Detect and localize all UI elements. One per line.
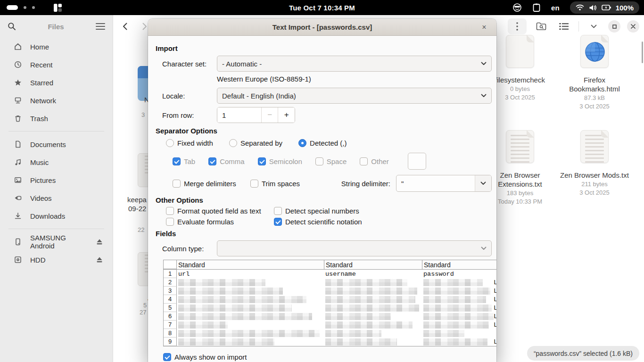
from-row-value[interactable]: 1 [217,107,261,123]
evaluate-formulas-checkbox[interactable] [166,218,174,226]
file-date: 3 Oct 2025 [505,94,535,101]
preview-table[interactable]: Standard Standard Standard 1 url usernam… [163,260,496,346]
increment-button[interactable]: + [278,107,295,123]
sidebar-divider [8,229,104,229]
menu-icon[interactable] [96,23,105,30]
always-show-label: Always show on import [174,353,247,361]
file-size: 211 bytes [581,181,607,188]
partial-file-meta: 5 [143,302,147,309]
space-checkbox[interactable] [315,157,323,165]
sidebar-item-trash[interactable]: Trash [3,109,110,127]
close-window-button[interactable] [627,20,639,33]
sidebar-item-label: Recent [30,61,103,69]
chevron-down-icon[interactable] [475,175,491,191]
battery-percent: 100% [616,4,634,12]
clock-icon [14,61,22,68]
comma-checkbox[interactable] [208,157,216,165]
trim-spaces-checkbox[interactable] [250,180,258,188]
merge-delimiters-checkbox[interactable] [173,180,181,188]
document-icon [14,140,22,148]
file-item-zen-mods[interactable]: Zen Browser Mods.txt 211 bytes 3 Oct 202… [557,130,632,206]
other-separator-input[interactable] [408,153,426,170]
sidebar-item-videos[interactable]: Videos [3,189,110,207]
sidebar-item-recent[interactable]: Recent [3,56,110,74]
file-name: Firefox Bookmarks.html [559,75,630,93]
other-checkbox[interactable] [360,157,368,165]
partial-file-meta: 22 [138,226,144,233]
column-header[interactable]: Standard [177,260,324,269]
string-delimiter-value[interactable]: " [396,175,475,191]
video-icon [14,194,22,202]
sidebar-item-label: Documents [30,140,103,148]
wifi-icon [576,4,584,11]
picture-icon [14,176,22,184]
always-show-checkbox[interactable] [163,353,171,361]
preview-table-header[interactable]: Standard Standard Standard [164,260,496,270]
detect-special-checkbox[interactable] [274,207,282,215]
files-sidebar: Files Home Recent Starred Network Trash [0,15,113,362]
more-options-button[interactable] [508,18,527,34]
maximize-button[interactable] [608,20,620,33]
emoji-indicator-icon[interactable] [512,3,522,12]
partial-file-meta: 27 [140,309,146,316]
dialog-close-button[interactable]: × [478,19,491,36]
sidebar-item-documents[interactable]: Documents [3,135,110,153]
sidebar-item-starred[interactable]: Starred [3,74,110,91]
chevron-down-icon [481,94,487,98]
file-size: 0 bytes [510,85,530,93]
back-button[interactable] [117,18,133,34]
detect-scientific-checkbox[interactable] [274,218,282,226]
system-status-area[interactable]: 100% [570,1,639,14]
eject-icon[interactable] [96,239,103,245]
partial-file-label: 09-22 [128,205,146,213]
column-header[interactable]: Standard [324,260,422,269]
list-view-button[interactable] [556,18,572,34]
tab-checkbox[interactable] [173,157,181,165]
detected-radio[interactable] [298,139,306,147]
sidebar-item-downloads[interactable]: Downloads [3,207,110,225]
semicolon-checkbox[interactable] [258,157,266,165]
text-file-icon [580,130,609,163]
column-header[interactable]: Standard [422,260,496,269]
sidebar-item-hdd[interactable]: HDD [3,251,110,269]
charset-detected-note: Western Europe (ISO-8859-1) [217,75,492,83]
view-options-chevron[interactable] [586,18,602,34]
table-row: 1 url username password [164,270,496,278]
trim-spaces-label: Trim spaces [262,180,300,188]
file-item-firefox-bookmarks[interactable]: Firefox Bookmarks.html 87.3 kB 3 Oct 202… [557,35,632,110]
sidebar-item-label: Videos [30,194,103,202]
keyboard-layout-indicator[interactable]: en [551,4,560,12]
text-import-dialog: Text Import - [passwords.csv] × Import C… [148,19,496,362]
table-row-redacted: 3 L [164,287,496,295]
harddisk-icon [14,256,22,263]
sidebar-item-music[interactable]: Music [3,153,110,171]
sidebar-item-network[interactable]: Network [3,91,110,109]
sidebar-item-samsung-android[interactable]: SAMSUNG Android [3,233,110,251]
format-quoted-checkbox[interactable] [166,207,174,215]
charset-select[interactable]: - Automatic - [217,56,492,72]
fixed-width-radio[interactable] [166,139,174,147]
column-type-select[interactable] [217,240,492,256]
volume-icon [589,4,597,11]
string-delimiter-combo[interactable]: " [396,175,492,192]
decrement-button[interactable]: − [261,107,278,123]
search-folder-button[interactable] [533,18,549,34]
detect-scientific-label: Detect scientific notation [285,218,362,226]
from-row-spinner[interactable]: 1 − + [217,107,295,123]
eject-icon[interactable] [96,256,103,263]
search-icon[interactable] [8,22,16,31]
sidebar-divider [8,131,104,132]
locale-label: Locale: [162,92,217,100]
separated-by-radio[interactable] [229,139,237,147]
dialog-titlebar[interactable]: Text Import - [passwords.csv] × [148,19,496,36]
other-options-heading: Other Options [156,196,492,204]
sidebar-item-home[interactable]: Home [3,38,110,56]
file-date: 3 Oct 2025 [579,189,610,197]
locale-select[interactable]: Default - English (India) [217,88,492,104]
sidebar-item-pictures[interactable]: Pictures [3,171,110,189]
clipboard-indicator-icon[interactable] [532,3,541,12]
globe-icon [585,41,605,62]
download-icon [14,212,22,220]
always-show-row[interactable]: Always show on import [163,353,492,361]
scrollbar[interactable] [642,41,643,63]
